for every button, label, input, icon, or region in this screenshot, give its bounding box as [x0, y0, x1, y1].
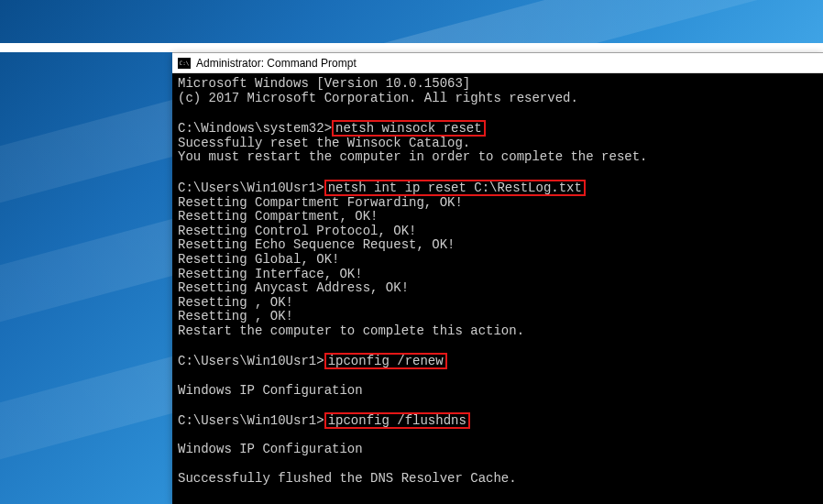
terminal-line: Resetting Echo Sequence Request, OK!: [178, 238, 818, 253]
terminal-line: Sucessfully reset the Winsock Catalog.: [178, 137, 818, 151]
terminal-line: Restart the computer to complete this ac…: [178, 324, 818, 339]
terminal-line: [178, 398, 818, 412]
terminal-line: [178, 339, 818, 354]
prompt-text: C:\Users\Win10Usr1>: [178, 354, 324, 368]
terminal-line: [178, 457, 818, 472]
terminal-output[interactable]: Microsoft Windows [Version 10.0.15063](c…: [172, 73, 823, 504]
terminal-line: You must restart the computer in order t…: [178, 150, 818, 165]
terminal-line: Windows IP Configuration: [178, 384, 818, 399]
terminal-line: Microsoft Windows [Version 10.0.15063]: [178, 77, 818, 92]
terminal-line: Resetting Global, OK!: [178, 253, 818, 268]
terminal-line: [178, 429, 818, 444]
terminal-line: [178, 165, 818, 180]
terminal-line: C:\Windows\system32>netsh winsock reset: [178, 120, 818, 137]
terminal-line: Resetting , OK!: [178, 310, 818, 324]
prompt-text: C:\Windows\system32>: [178, 121, 332, 136]
command-text: netsh int ip reset C:\RestLog.txt: [324, 180, 586, 196]
terminal-line: C:\Users\Win10Usr1>ipconfig /renew: [178, 353, 818, 369]
command-text: netsh winsock reset: [332, 120, 486, 137]
terminal-line: Resetting Anycast Address, OK!: [178, 281, 818, 296]
terminal-line: Resetting Interface, OK!: [178, 268, 818, 282]
command-text: ipconfig /flushdns: [324, 412, 470, 429]
terminal-line: Successfully flushed the DNS Resolver Ca…: [178, 472, 818, 487]
prompt-text: C:\Users\Win10Usr1>: [178, 413, 324, 428]
terminal-line: [178, 105, 818, 120]
terminal-line: (c) 2017 Microsoft Corporation. All righ…: [178, 92, 818, 106]
command-prompt-icon: [178, 58, 191, 69]
browser-chrome-strip: [0, 43, 823, 52]
window-title-bar[interactable]: Administrator: Command Prompt: [172, 53, 823, 73]
terminal-line: C:\Users\Win10Usr1>netsh int ip reset C:…: [178, 180, 818, 196]
command-text: ipconfig /renew: [324, 353, 447, 369]
terminal-line: Resetting Control Protocol, OK!: [178, 225, 818, 239]
terminal-line: C:\Users\Win10Usr1>ipconfig /flushdns: [178, 412, 818, 429]
terminal-line: [178, 369, 818, 384]
command-prompt-window: Administrator: Command Prompt Microsoft …: [172, 52, 823, 504]
window-title: Administrator: Command Prompt: [196, 57, 357, 70]
terminal-line: Resetting Compartment Forwarding, OK!: [178, 196, 818, 211]
terminal-line: Resetting Compartment, OK!: [178, 210, 818, 225]
terminal-line: Resetting , OK!: [178, 296, 818, 311]
prompt-text: C:\Users\Win10Usr1>: [178, 181, 324, 195]
terminal-line: Windows IP Configuration: [178, 443, 818, 457]
